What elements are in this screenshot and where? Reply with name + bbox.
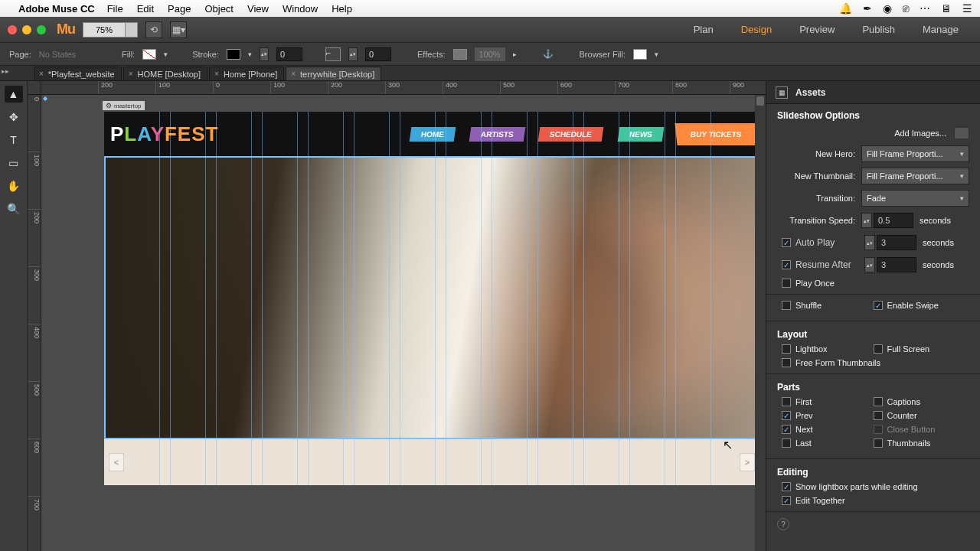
master-page-chip[interactable]: ⚙mastertop <box>103 101 145 110</box>
swipe-checkbox[interactable] <box>874 301 883 310</box>
menu-edit[interactable]: Edit <box>137 3 154 15</box>
zoom-input[interactable]: 75% <box>83 22 126 37</box>
doc-tab[interactable]: ×*Playfest_website <box>34 67 122 80</box>
last-checkbox[interactable] <box>782 439 791 448</box>
lightbox-checkbox[interactable] <box>782 344 791 354</box>
mode-manage[interactable]: Manage <box>909 17 972 43</box>
corner-stepper[interactable]: ▴▾ <box>348 47 358 61</box>
menu-window[interactable]: Window <box>283 3 318 15</box>
nav-news[interactable]: NEWS <box>617 127 664 142</box>
anchor-icon[interactable]: ⚓ <box>543 49 554 59</box>
transition-select[interactable]: Fade <box>861 190 969 207</box>
edit-together-checkbox[interactable] <box>782 496 791 505</box>
doc-tab[interactable]: ×HOME [Desktop] <box>123 67 207 80</box>
shuffle-checkbox[interactable] <box>782 301 791 310</box>
page-guide-marker[interactable]: ◆ <box>43 95 47 102</box>
autoplay-stepper[interactable]: ▴▾ <box>864 235 875 250</box>
mode-publish[interactable]: Publish <box>848 17 909 43</box>
display-icon[interactable]: 🖥 <box>941 2 952 15</box>
minimize-window-icon[interactable] <box>22 25 31 34</box>
close-window-icon[interactable] <box>8 25 17 34</box>
effects-swatch[interactable] <box>453 49 467 60</box>
thumbnails-checkbox[interactable] <box>874 439 883 448</box>
screen-mode-button[interactable]: ▦▾ <box>170 21 187 38</box>
help-icon[interactable]: ? <box>777 518 789 530</box>
stroke-stepper[interactable]: ▴▾ <box>260 47 269 61</box>
vertical-scrollbar[interactable] <box>755 95 766 551</box>
playonce-checkbox[interactable] <box>782 279 791 288</box>
panel-tab-assets[interactable]: ▦ Assets <box>766 81 980 104</box>
resume-input[interactable]: 3 <box>877 257 916 272</box>
doc-tab[interactable]: ×terrywhite [Desktop] <box>286 67 381 80</box>
doc-tab[interactable]: ×Home [Phone] <box>209 67 284 80</box>
selection-tool[interactable]: ▲ <box>5 86 23 103</box>
new-hero-select[interactable]: Fill Frame Proporti... <box>861 145 969 162</box>
freeform-checkbox[interactable] <box>782 358 791 367</box>
fullscreen-checkbox[interactable] <box>874 344 883 354</box>
menu-view[interactable]: View <box>247 3 269 15</box>
cloud-icon[interactable]: ◉ <box>883 2 892 15</box>
menu-page[interactable]: Page <box>168 3 191 15</box>
more-icon[interactable]: ⋯ <box>920 2 930 15</box>
list-icon[interactable]: ☰ <box>962 2 972 15</box>
hand-tool[interactable]: ✋ <box>5 178 23 194</box>
nav-schedule[interactable]: SCHEDULE <box>538 127 604 142</box>
ruler-horizontal[interactable]: 2001000100200300400500600700800900100011… <box>41 81 766 95</box>
close-tab-icon[interactable]: × <box>214 70 219 78</box>
stroke-width-input[interactable]: 0 <box>276 47 302 61</box>
autoplay-checkbox[interactable] <box>782 238 791 247</box>
autoplay-input[interactable]: 3 <box>877 235 916 250</box>
browser-fill-swatch[interactable] <box>633 49 647 60</box>
menu-object[interactable]: Object <box>204 3 234 15</box>
undo-button[interactable]: ⟲ <box>145 21 162 38</box>
folder-icon[interactable] <box>954 127 969 139</box>
captions-checkbox[interactable] <box>874 397 883 406</box>
effects-opacity[interactable]: 100% <box>475 47 505 61</box>
corner-radius-input[interactable]: 0 <box>365 47 391 61</box>
mode-preview[interactable]: Preview <box>786 17 848 43</box>
canvas[interactable]: 2001000100200300400500600700800900100011… <box>28 81 766 551</box>
page-artboard[interactable]: ⚙mastertop PLAYFEST HOMEARTISTSSCHEDULEN… <box>104 112 760 485</box>
stroke-swatch[interactable] <box>227 49 240 60</box>
page-states-select[interactable]: No States <box>39 50 76 59</box>
show-lightbox-checkbox[interactable] <box>782 482 791 491</box>
close-tab-icon[interactable]: × <box>291 70 296 78</box>
tspeed-stepper[interactable]: ▴▾ <box>861 213 872 228</box>
camera-icon[interactable]: ⎚ <box>903 2 909 15</box>
document-tabs: ×*Playfest_website ×HOME [Desktop] ×Home… <box>0 66 980 81</box>
close-tab-icon[interactable]: × <box>39 70 44 78</box>
resume-stepper[interactable]: ▴▾ <box>864 257 875 272</box>
fill-swatch[interactable] <box>142 49 156 60</box>
slideshow-prev-button[interactable]: < <box>109 453 124 471</box>
next-checkbox[interactable] <box>782 425 791 434</box>
transition-speed-input[interactable]: 0.5 <box>874 213 913 228</box>
zoom-tool[interactable]: 🔍 <box>5 201 23 217</box>
ruler-vertical[interactable]: 0100200300400500600700 <box>28 95 41 551</box>
text-tool[interactable]: T <box>5 132 23 148</box>
zoom-window-icon[interactable] <box>37 25 46 34</box>
first-checkbox[interactable] <box>782 397 791 406</box>
mode-plan[interactable]: Plan <box>680 17 727 43</box>
zoom-dropdown[interactable]: ▾ <box>126 22 138 37</box>
add-images-button[interactable]: Add Images... <box>894 129 946 138</box>
close-tab-icon[interactable]: × <box>129 70 133 78</box>
prev-checkbox[interactable] <box>782 411 791 420</box>
nav-artists[interactable]: ARTISTS <box>469 127 524 142</box>
nav-home[interactable]: HOME <box>409 127 456 142</box>
script-icon[interactable]: ✒ <box>863 2 872 15</box>
bell-icon[interactable]: 🔔 <box>839 2 852 15</box>
menu-help[interactable]: Help <box>332 3 352 15</box>
resume-checkbox[interactable] <box>782 260 791 269</box>
traffic-lights[interactable] <box>8 25 46 34</box>
corner-icon[interactable]: ⌐ <box>325 47 341 61</box>
menu-file[interactable]: File <box>107 3 123 15</box>
slideshow-next-button[interactable]: > <box>740 453 755 471</box>
mode-design[interactable]: Design <box>727 17 786 43</box>
nav-buy-tickets[interactable]: BUY TICKETS <box>677 126 755 143</box>
crop-tool[interactable]: ✥ <box>5 109 23 126</box>
ruler-origin[interactable] <box>28 81 41 95</box>
rectangle-tool[interactable]: ▭ <box>5 155 23 171</box>
slideshow-hero[interactable] <box>104 156 760 439</box>
counter-checkbox[interactable] <box>874 411 883 420</box>
new-thumbnail-select[interactable]: Fill Frame Proporti... <box>861 168 969 184</box>
